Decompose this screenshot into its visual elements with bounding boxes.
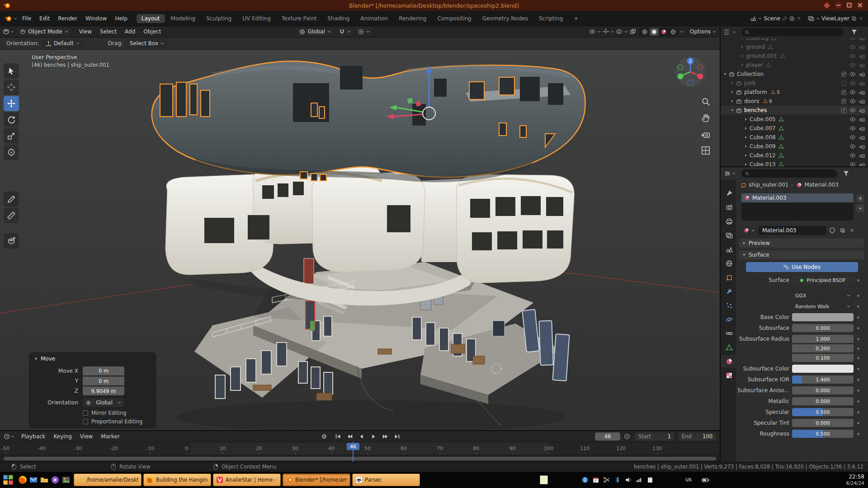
collapse-icon[interactable] xyxy=(723,72,727,76)
move-field-Z[interactable]: 9.9049 m xyxy=(83,386,124,395)
animate-property-dot[interactable] xyxy=(857,279,859,282)
disable-render-camera-icon[interactable] xyxy=(859,161,865,166)
tool-annotate[interactable] xyxy=(4,192,19,207)
expand-icon[interactable] xyxy=(744,127,748,130)
unlink-scene-icon[interactable] xyxy=(797,16,802,21)
filter-icon[interactable] xyxy=(851,28,858,35)
tool-add-cube[interactable] xyxy=(4,233,19,249)
property-control-number[interactable]: 0.100 xyxy=(792,354,854,362)
property-control-menu[interactable]: Random Walk xyxy=(792,302,854,310)
previous-keyframe-button[interactable] xyxy=(344,432,355,441)
xray-toggle-icon[interactable] xyxy=(630,28,636,35)
move-field-Move X[interactable]: 0 m xyxy=(83,366,124,375)
property-control-slider[interactable]: 0.000 xyxy=(792,386,854,394)
image-editor-icon[interactable] xyxy=(61,475,71,484)
fake-user-button[interactable] xyxy=(828,226,837,235)
browse-material-button[interactable] xyxy=(741,226,757,235)
viewlayer-selector[interactable]: ViewLayer xyxy=(808,15,863,22)
taskbar-window-file-manager[interactable]: /home/amalie/Desktop... xyxy=(74,474,142,486)
scene-selector[interactable]: Scene xyxy=(750,15,802,22)
bluetooth-icon[interactable] xyxy=(614,476,621,483)
preview-section-header[interactable]: Preview xyxy=(739,239,864,248)
outliner-row-cube-013[interactable]: Cube.013 xyxy=(721,160,868,166)
disable-render-camera-icon[interactable] xyxy=(859,152,865,159)
outliner-row-cube-012[interactable]: Cube.012 xyxy=(721,151,868,160)
properties-tab-render[interactable] xyxy=(722,201,736,214)
animate-property-dot[interactable] xyxy=(857,379,859,381)
hide-viewport-eye-icon[interactable] xyxy=(849,44,856,50)
hide-viewport-eye-icon[interactable] xyxy=(849,143,856,150)
disable-render-camera-icon[interactable] xyxy=(859,62,865,68)
pin-icon[interactable] xyxy=(782,16,788,21)
animate-property-dot[interactable] xyxy=(857,433,859,435)
navigation-gizmo[interactable]: Z xyxy=(675,56,706,88)
orthographic-toggle-icon[interactable] xyxy=(701,145,711,155)
mail-icon[interactable] xyxy=(29,475,38,484)
keyboard-layout-indicator[interactable]: us xyxy=(685,476,692,483)
workspace-tab-layout[interactable]: Layout xyxy=(137,14,165,23)
outliner-row-cube-009[interactable]: Cube.009 xyxy=(721,142,868,151)
outliner-row-benches[interactable]: benches✓ xyxy=(721,106,868,115)
animate-property-dot[interactable] xyxy=(857,305,859,308)
taskbar-clock[interactable]: 22:58 6/24/24 xyxy=(846,474,864,486)
unlink-material-button[interactable] xyxy=(849,226,856,235)
files-icon[interactable] xyxy=(40,475,49,484)
properties-editor-icon[interactable] xyxy=(724,170,731,177)
shading-rendered-button[interactable] xyxy=(669,28,678,36)
shading-wireframe-button[interactable] xyxy=(640,28,649,36)
timeline-ruler[interactable]: -50-40-30-20-100102030405060708090100110… xyxy=(0,442,720,455)
timeline-menu-view[interactable]: View xyxy=(76,433,97,440)
expand-icon[interactable] xyxy=(741,63,744,67)
outliner-search-input[interactable] xyxy=(741,28,844,36)
outliner-row-platform[interactable]: platform5✓ xyxy=(721,88,868,97)
surface-section-header[interactable]: Surface xyxy=(739,250,864,259)
new-material-button[interactable] xyxy=(838,226,847,235)
animate-property-dot[interactable] xyxy=(857,338,859,340)
properties-tab-world[interactable] xyxy=(722,257,736,270)
editor-type-icon[interactable] xyxy=(3,28,9,35)
taskbar-window-blender[interactable]: Blender* [/home/amali... xyxy=(283,474,350,486)
jump-to-start-button[interactable] xyxy=(333,432,344,441)
property-control-color[interactable] xyxy=(792,313,854,321)
properties-tab-tool[interactable] xyxy=(722,187,736,200)
maximize-button[interactable] xyxy=(846,2,853,9)
browser-icon[interactable] xyxy=(18,475,27,484)
battery-icon[interactable] xyxy=(702,476,709,484)
expand-icon[interactable] xyxy=(744,145,748,148)
property-control-slider[interactable]: 0.000 xyxy=(792,419,854,427)
disable-render-camera-icon[interactable] xyxy=(859,80,865,86)
expand-icon[interactable] xyxy=(731,90,734,94)
exclude-checkbox-checked[interactable]: ✓ xyxy=(841,108,846,113)
current-frame-field[interactable]: 46 xyxy=(595,432,620,441)
play-button[interactable] xyxy=(368,432,379,441)
end-frame-field[interactable]: End 100 xyxy=(678,432,716,441)
material-name-field[interactable]: Material.003 xyxy=(759,226,826,235)
start-frame-field[interactable]: Start 1 xyxy=(635,432,675,441)
taskbar-window-firefox[interactable]: Building the Hanging G... xyxy=(143,474,211,486)
shading-solid-button[interactable] xyxy=(650,28,659,36)
disable-render-camera-icon[interactable] xyxy=(859,116,865,122)
disable-render-camera-icon[interactable] xyxy=(859,107,865,113)
mode-dropdown[interactable]: Object Mode xyxy=(17,28,71,36)
volume-icon[interactable] xyxy=(625,476,632,483)
outliner-row-player[interactable]: player xyxy=(721,61,868,70)
outliner-row-cube-007[interactable]: Cube.007 xyxy=(721,124,868,133)
exclude-checkbox-unchecked[interactable] xyxy=(841,81,846,86)
animate-property-dot[interactable] xyxy=(857,400,859,403)
disable-render-camera-icon[interactable] xyxy=(859,125,865,131)
animate-property-dot[interactable] xyxy=(857,327,859,329)
orientation-setting-dropdown[interactable]: Default xyxy=(42,39,83,48)
property-control-slider[interactable]: 0.000 xyxy=(792,397,854,405)
options-dropdown[interactable]: Options xyxy=(690,28,716,35)
update-icon[interactable] xyxy=(581,476,589,483)
remove-viewlayer-icon[interactable] xyxy=(859,16,863,21)
hide-viewport-eye-icon[interactable] xyxy=(849,161,856,166)
menu-edit[interactable]: Edit xyxy=(35,15,54,22)
expand-icon[interactable] xyxy=(744,136,748,139)
window-menu-icon[interactable] xyxy=(824,2,830,9)
hide-viewport-eye-icon[interactable] xyxy=(849,71,856,77)
shading-material-button[interactable] xyxy=(659,28,668,36)
tray-widget[interactable] xyxy=(540,475,548,484)
tool-scale[interactable] xyxy=(4,128,19,144)
taskbar-window-vivaldi[interactable]: AnalieStar | Home - Viv... xyxy=(213,474,281,486)
